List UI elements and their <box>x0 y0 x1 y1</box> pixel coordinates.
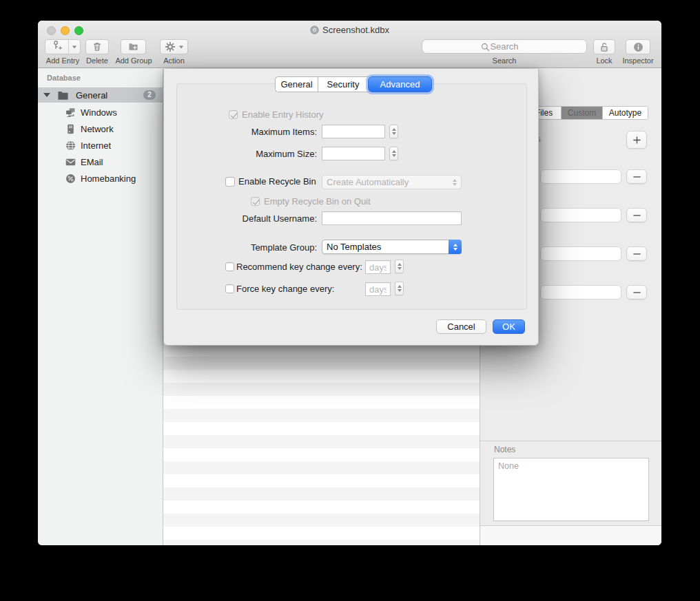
remove-field-button[interactable] <box>626 208 647 222</box>
updown-chevrons-icon <box>453 179 457 186</box>
envelope-icon <box>65 156 76 168</box>
search-field <box>422 39 587 54</box>
sidebar-section-header: Database <box>47 74 81 82</box>
sidebar-item-label: General <box>76 90 107 101</box>
recommend-days-stepper[interactable] <box>395 260 404 273</box>
minus-icon <box>632 176 641 178</box>
custom-field-input[interactable] <box>540 208 621 222</box>
sidebar-item-label: Network <box>81 124 114 134</box>
server-icon <box>65 123 76 135</box>
maximum-size-input[interactable] <box>322 147 385 160</box>
tab-custom[interactable]: Custom <box>562 107 603 119</box>
add-group-button[interactable] <box>121 39 146 54</box>
default-username-label: Default Username: <box>192 213 317 224</box>
notes-textarea[interactable] <box>493 458 649 521</box>
stepper-up-icon <box>398 285 402 288</box>
disclosure-triangle-icon[interactable] <box>43 93 50 97</box>
database-settings-dialog: General Security Advanced Enable Entry H… <box>163 69 539 346</box>
stepper-up-icon <box>398 263 402 266</box>
lock-open-icon <box>599 41 610 53</box>
folder-icon <box>57 90 69 101</box>
maximum-items-input[interactable] <box>322 125 385 138</box>
recommend-days-input[interactable] <box>365 260 391 274</box>
add-entry-dropdown[interactable] <box>69 45 80 49</box>
minus-icon <box>632 214 641 217</box>
empty-recycle-bin-label: Empty Recycle Bin on Quit <box>264 196 371 207</box>
sidebar-item-windows[interactable]: Windows <box>38 104 163 120</box>
remove-field-button[interactable] <box>626 169 647 184</box>
maximum-items-label: Maximum Items: <box>205 127 317 137</box>
add-entry-button[interactable] <box>45 39 81 54</box>
stepper-up-icon <box>392 150 396 153</box>
delete-button[interactable] <box>85 39 109 54</box>
inspector-label: Inspector <box>615 56 661 65</box>
sidebar-item-label: Homebanking <box>81 173 136 184</box>
recycle-bin-mode-select[interactable]: Create Automatically <box>322 175 462 189</box>
tab-general[interactable]: General <box>275 76 318 92</box>
default-username-input[interactable] <box>322 211 462 225</box>
stepper-up-icon <box>392 128 396 131</box>
tab-autotype[interactable]: Autotype <box>603 107 648 119</box>
recommend-key-change-checkbox[interactable] <box>225 262 234 271</box>
minus-icon <box>632 291 641 294</box>
dialog-tabbar: General Security Advanced <box>275 76 432 92</box>
window-title: Screenshot.kdbx <box>38 25 661 35</box>
document-icon <box>310 25 319 34</box>
sidebar-item-label: Internet <box>81 140 111 151</box>
stepper-down-icon <box>392 132 396 135</box>
force-key-change-label: Force key change every: <box>236 284 334 294</box>
add-field-button[interactable] <box>626 131 647 149</box>
ok-button[interactable]: OK <box>493 319 525 334</box>
sidebar-item-network[interactable]: Network <box>38 120 163 137</box>
search-input[interactable] <box>422 40 586 53</box>
inspector-footer <box>480 525 661 545</box>
enable-recycle-bin-label: Enable Recycle Bin <box>238 176 316 187</box>
sidebar-item-email[interactable]: EMail <box>38 154 163 170</box>
inspector-button[interactable] <box>626 39 650 54</box>
percent-icon <box>65 173 76 184</box>
tab-advanced[interactable]: Advanced <box>368 76 432 92</box>
empty-recycle-bin-checkbox[interactable] <box>251 197 260 206</box>
template-group-select[interactable]: No Templates <box>322 240 462 254</box>
sidebar-item-label: EMail <box>81 157 103 167</box>
sidebar-item-homebanking[interactable]: Homebanking <box>38 170 163 187</box>
force-days-input[interactable] <box>365 282 391 296</box>
key-plus-icon <box>45 40 68 54</box>
minus-icon <box>632 253 641 255</box>
sidebar-item-internet[interactable]: Internet <box>38 137 163 154</box>
enable-entry-history-checkbox[interactable] <box>229 110 238 119</box>
cancel-button[interactable]: Cancel <box>436 319 486 334</box>
sidebar-item-general[interactable]: General 2 <box>38 87 163 103</box>
force-key-change-checkbox[interactable] <box>225 284 234 293</box>
chevron-down-icon <box>178 45 183 48</box>
custom-field-input[interactable] <box>540 246 621 261</box>
notes-label: Notes <box>494 445 515 454</box>
folder-plus-icon <box>127 41 139 52</box>
enable-recycle-bin-checkbox[interactable] <box>225 177 235 187</box>
add-entry-label: Add Entry <box>43 56 82 65</box>
maximum-size-stepper[interactable] <box>389 147 398 160</box>
remove-field-button[interactable] <box>626 285 647 299</box>
stepper-down-icon <box>392 154 396 157</box>
enable-entry-history-label: Enable Entry History <box>242 109 324 120</box>
tab-security[interactable]: Security <box>318 76 368 92</box>
stepper-down-icon <box>398 289 402 292</box>
custom-field-input[interactable] <box>540 169 621 184</box>
search-toolbar-label: Search <box>422 56 587 65</box>
sidebar-item-label: Windows <box>81 107 117 118</box>
maximum-size-label: Maximum Size: <box>205 149 317 159</box>
trash-icon <box>92 41 103 52</box>
count-badge: 2 <box>143 90 156 100</box>
windows-network-icon <box>65 107 76 118</box>
action-label: Action <box>160 56 188 65</box>
app-window: Screenshot.kdbx Add Entry Delete <box>38 21 661 545</box>
action-button[interactable] <box>160 39 188 54</box>
divider <box>480 441 661 441</box>
info-icon <box>632 41 644 53</box>
stepper-down-icon <box>398 267 402 270</box>
lock-button[interactable] <box>593 39 615 54</box>
force-days-stepper[interactable] <box>395 282 404 295</box>
custom-field-input[interactable] <box>540 285 621 299</box>
remove-field-button[interactable] <box>626 246 647 261</box>
maximum-items-stepper[interactable] <box>389 125 398 138</box>
